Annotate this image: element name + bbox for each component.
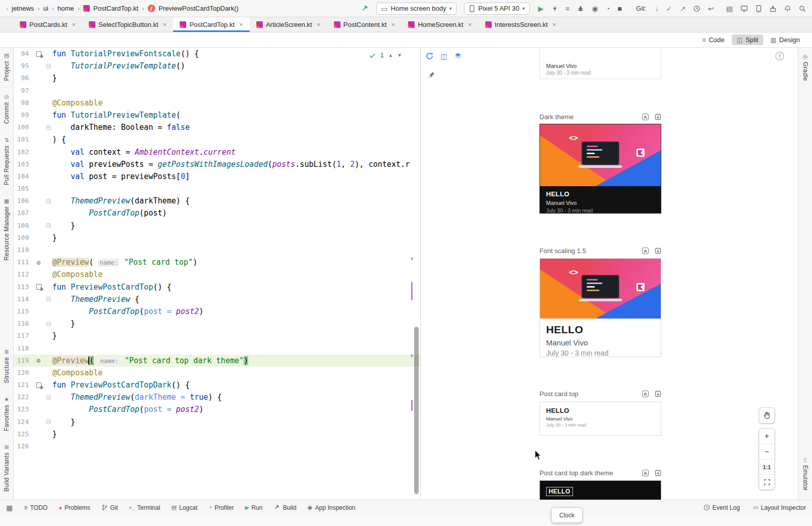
line-number[interactable]: 103 (14, 158, 33, 170)
git-update-icon[interactable]: ↓ (655, 5, 659, 12)
new-window-icon[interactable] (655, 391, 661, 397)
attach-debugger-icon[interactable]: ◉ (592, 5, 598, 12)
preview-card-partial[interactable]: Manuel Vivo July 30 - 3 min read (539, 48, 661, 79)
code-line-98[interactable]: 98@Composable (14, 97, 420, 109)
code-line-105[interactable]: 105 (14, 183, 420, 195)
line-number[interactable]: 113 (14, 281, 33, 293)
run-preview-icon[interactable] (36, 51, 42, 57)
breadcrumb-project[interactable]: jetnews (12, 5, 34, 12)
deploy-preview-icon[interactable]: A (642, 470, 649, 476)
layers-icon[interactable] (454, 52, 462, 60)
fold-marker-icon[interactable] (46, 297, 51, 301)
notifications-icon[interactable] (784, 5, 791, 12)
statusbar-event-log[interactable]: Event Log (703, 504, 740, 511)
code-text[interactable]: } (52, 318, 420, 330)
run-configuration-dropdown[interactable]: ▭ Home screen body ▾ (376, 3, 457, 15)
code-text[interactable]: val post = previewPosts[0] (52, 170, 420, 183)
tab-interestsscreen[interactable]: InterestsScreen.kt × (479, 17, 563, 32)
close-tab-icon[interactable]: × (391, 21, 395, 28)
line-number[interactable]: 102 (14, 146, 33, 158)
code-text[interactable]: @Composable (52, 97, 420, 109)
line-number[interactable]: 98 (14, 97, 33, 109)
fold-marker-icon[interactable] (46, 419, 51, 424)
tool-window-pull-requests[interactable]: ⇅ Pull Requests (3, 137, 10, 185)
code-line-103[interactable]: 103 val previewPosts = getPostsWithImage… (14, 158, 420, 170)
line-number[interactable]: 119 (14, 355, 33, 367)
code-text[interactable]: val previewPosts = getPostsWithImagesLoa… (52, 158, 420, 170)
line-number[interactable]: 105 (14, 183, 33, 195)
line-number[interactable]: 104 (14, 170, 33, 183)
line-number[interactable]: 110 (14, 244, 33, 256)
editor-scrollbar[interactable] (414, 327, 419, 494)
preview-name[interactable]: Dark theme (539, 113, 573, 121)
view-mode-code[interactable]: ≡ Code (697, 34, 729, 45)
code-line-124[interactable]: 124 } (14, 416, 420, 428)
line-number[interactable]: 118 (14, 342, 33, 355)
view-mode-design[interactable]: ▨ Design (765, 34, 805, 45)
code-line-96[interactable]: 96} (14, 72, 420, 84)
tab-articlescreen[interactable]: ArticleScreen.kt × (250, 17, 327, 32)
line-number[interactable]: 116 (14, 318, 33, 330)
code-line-122[interactable]: 122 ThemedPreview(darkTheme = true) { (14, 391, 420, 403)
fold-marker-icon[interactable] (46, 223, 51, 228)
line-number[interactable]: 111 (14, 256, 33, 268)
code-line-116[interactable]: 116 } (14, 318, 420, 330)
tab-postcardtop[interactable]: PostCardTop.kt × (173, 17, 249, 32)
code-text[interactable]: fun TutorialPreviewTemplate( (52, 109, 420, 121)
code-text[interactable]: PostCardTop(post = post2) (52, 305, 420, 318)
code-text[interactable]: darkTheme: Boolean = false (52, 121, 420, 133)
statusbar-todo[interactable]: ≡ TODO (24, 504, 47, 511)
statusbar-layout-inspector[interactable]: ▭ Layout Inspector (753, 504, 806, 511)
prev-problem-icon[interactable]: ▲ (388, 53, 393, 58)
tool-window-project[interactable]: ▤ Project (3, 53, 10, 81)
preview-card-post-card-top[interactable]: HELLO Manuel Vivo July 30 - 3 min read (539, 402, 661, 436)
line-number[interactable]: 107 (14, 207, 33, 219)
code-text[interactable]: } (52, 232, 420, 244)
deploy-preview-icon[interactable]: A (642, 114, 649, 120)
code-text[interactable]: PostCardTop(post) (52, 207, 420, 219)
line-number[interactable]: 109 (14, 232, 33, 244)
code-text[interactable]: fun PreviewPostCardTop() { (52, 281, 420, 293)
code-text[interactable] (52, 342, 420, 355)
preview-settings-gear-icon[interactable]: ⚙ (37, 357, 41, 364)
next-problem-icon[interactable]: ▼ (397, 53, 402, 58)
tool-window-emulator[interactable]: ▯ Emulator (802, 457, 809, 490)
line-number[interactable]: 96 (14, 72, 33, 84)
statusbar-terminal[interactable]: >_ Terminal (129, 504, 160, 511)
tool-window-switcher-icon[interactable]: ▦ (6, 504, 13, 511)
build-hammer-icon[interactable] (361, 5, 369, 13)
code-line-126[interactable]: 126 (14, 440, 420, 452)
preview-card-font-scaling[interactable]: <> HELLO Manuel Vivo July 30 - 3 min rea… (539, 258, 661, 357)
code-text[interactable] (52, 85, 420, 97)
line-number[interactable]: 106 (14, 195, 33, 207)
code-line-113[interactable]: 113fun PreviewPostCardTop() { (14, 281, 420, 293)
line-number[interactable]: 122 (14, 391, 33, 403)
breadcrumb-ui[interactable]: ui (43, 5, 48, 12)
breadcrumb-file[interactable]: PostCardTop.kt (93, 5, 139, 12)
line-number[interactable]: 97 (14, 85, 33, 97)
tab-postcards[interactable]: PostCards.kt × (13, 17, 82, 32)
code-text[interactable]: @Composable (52, 367, 420, 379)
statusbar-git[interactable]: Git (101, 504, 118, 511)
breadcrumb-home[interactable]: home (57, 5, 74, 12)
zoom-to-fit-button[interactable] (759, 474, 774, 489)
statusbar-run[interactable]: ▶ Run (245, 504, 263, 511)
fold-marker-icon[interactable] (46, 125, 51, 130)
line-number[interactable]: 114 (14, 293, 33, 305)
tool-window-structure[interactable]: ≣ Structure (3, 349, 10, 383)
code-line-108[interactable]: 108 } (14, 220, 420, 232)
code-text[interactable]: @Preview( name: "Post card top") (52, 256, 420, 268)
code-text[interactable]: @Preview( name: "Post card top dark them… (52, 355, 420, 367)
viewport-icon[interactable]: ◫ (441, 53, 447, 60)
code-text[interactable]: @Composable (52, 268, 420, 280)
device-dropdown[interactable]: Pixel 5 API 30 ▾ (464, 3, 530, 15)
code-line-97[interactable]: 97 (14, 85, 420, 97)
code-line-118[interactable]: 118 (14, 342, 420, 355)
zoom-in-button[interactable]: + (759, 429, 774, 444)
close-tab-icon[interactable]: × (163, 21, 167, 28)
new-window-icon[interactable] (655, 248, 661, 254)
run-log-icon[interactable]: ≡ (565, 5, 569, 12)
close-tab-icon[interactable]: × (317, 21, 321, 28)
code-line-117[interactable]: 117} (14, 330, 420, 342)
code-text[interactable]: ThemedPreview(darkTheme) { (52, 195, 420, 207)
